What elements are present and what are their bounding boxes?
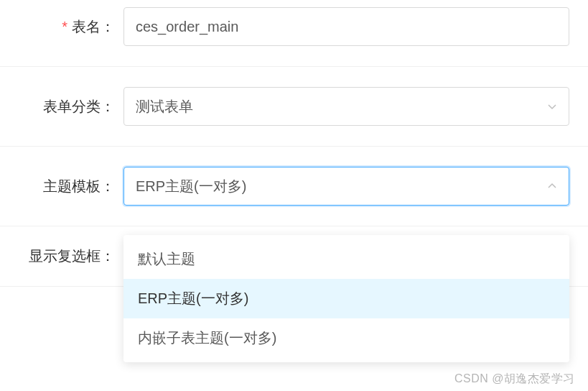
label-show-checkbox: 显示复选框： xyxy=(0,247,123,266)
form-row-table-name: *表名： xyxy=(0,0,588,67)
label-text: 表单分类 xyxy=(43,98,101,114)
dropdown-option-embedded[interactable]: 内嵌子表主题(一对多) xyxy=(123,318,569,358)
table-name-input[interactable] xyxy=(123,7,569,46)
label-table-name: *表名： xyxy=(0,17,123,37)
label-text: 表名 xyxy=(72,19,101,34)
label-text: 显示复选框 xyxy=(29,248,101,264)
dropdown-option-erp[interactable]: ERP主题(一对多) xyxy=(123,279,569,318)
theme-template-dropdown: 默认主题 ERP主题(一对多) 内嵌子表主题(一对多) xyxy=(123,235,569,362)
watermark: CSDN @胡逸杰爱学习 xyxy=(454,372,575,387)
select-value: ERP主题(一对多) xyxy=(136,177,246,196)
theme-template-select[interactable]: ERP主题(一对多) xyxy=(123,167,569,206)
form-row-form-category: 表单分类： 测试表单 xyxy=(0,67,588,147)
select-value: 测试表单 xyxy=(136,97,193,116)
dropdown-option-default[interactable]: 默认主题 xyxy=(123,239,569,279)
chevron-up-icon xyxy=(547,181,557,191)
form-category-select[interactable]: 测试表单 xyxy=(123,87,569,126)
required-mark: * xyxy=(62,19,67,34)
form-row-theme-template: 主题模板： ERP主题(一对多) xyxy=(0,147,588,226)
chevron-down-icon xyxy=(547,101,557,111)
label-theme-template: 主题模板： xyxy=(0,177,123,196)
label-text: 主题模板 xyxy=(43,178,101,194)
label-form-category: 表单分类： xyxy=(0,97,123,116)
